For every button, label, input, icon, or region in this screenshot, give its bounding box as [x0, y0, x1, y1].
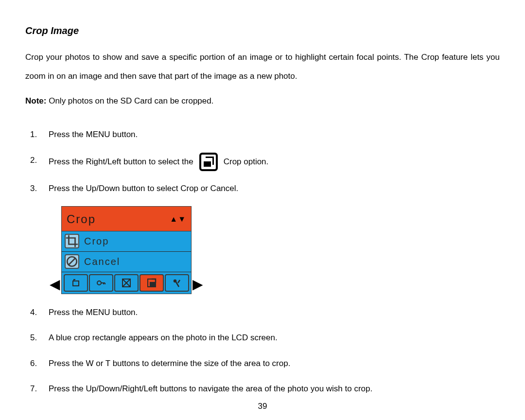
steps-list-continued: Press the MENU button. A blue crop recta…: [25, 305, 500, 397]
note-label: Note:: [25, 96, 46, 105]
step-2: Press the Right/Left button to select th…: [30, 153, 500, 171]
camera-menu-panel: Crop ▲▼ Crop Cancel: [61, 206, 192, 294]
step-6: Press the W or T buttons to determine th…: [30, 356, 500, 371]
step-4: Press the MENU button.: [30, 305, 500, 320]
svg-line-1: [69, 259, 75, 265]
crop-icon: [199, 153, 218, 171]
svg-point-3: [97, 281, 101, 285]
menu-row-crop-label: Crop: [84, 234, 109, 248]
menu-icon-strip: [62, 272, 191, 294]
menu-header-row: Crop ▲▼: [62, 207, 191, 231]
rotate-icon: [64, 274, 88, 292]
updown-arrows-icon: ▲▼: [170, 213, 186, 225]
step-3: Press the Up/Down button to select Crop …: [30, 181, 500, 196]
step-1: Press the MENU button.: [30, 127, 500, 142]
intro-paragraph: Crop your photos to show and save a spec…: [25, 48, 500, 86]
step-2-text-a: Press the Right/Left button to select th…: [49, 154, 193, 170]
page-number: 39: [258, 400, 267, 413]
crop-row-icon: [65, 234, 79, 248]
menu-header-title: Crop: [67, 210, 96, 228]
svg-point-9: [174, 280, 176, 282]
lock-icon: [89, 274, 113, 292]
menu-screenshot: ◀ Crop ▲▼ Crop Cancel: [49, 206, 500, 294]
left-arrow-icon: ◀: [49, 275, 61, 294]
delete-icon: [114, 274, 139, 292]
crop-strip-icon: [140, 274, 164, 292]
svg-rect-2: [73, 281, 79, 286]
menu-row-crop: Crop: [62, 231, 191, 252]
step-7: Press the Up/Down/Right/Left buttons to …: [30, 381, 500, 397]
menu-row-cancel-label: Cancel: [84, 254, 120, 269]
svg-rect-8: [150, 282, 155, 286]
menu-row-cancel: Cancel: [62, 252, 191, 272]
section-title: Crop Image: [25, 23, 500, 38]
cancel-row-icon: [65, 254, 79, 269]
right-arrow-icon: ▶: [192, 275, 204, 294]
note-line: Note: Only photos on the SD Card can be …: [25, 94, 500, 107]
step-5: A blue crop rectangle appears on the pho…: [30, 330, 500, 346]
note-text: Only photos on the SD Card can be croppe…: [46, 96, 213, 105]
settings-icon: [165, 274, 189, 292]
steps-list: Press the MENU button. Press the Right/L…: [25, 127, 500, 196]
step-2-text-b: Crop option.: [224, 154, 269, 170]
